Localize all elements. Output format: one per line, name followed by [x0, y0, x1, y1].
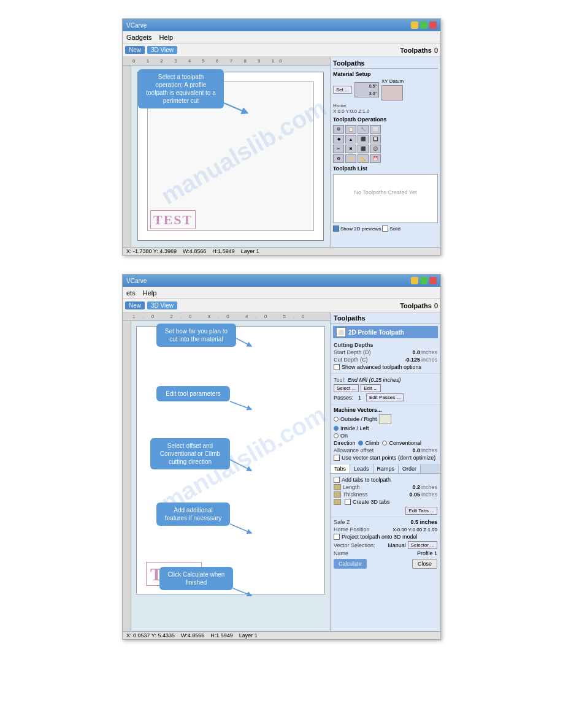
pp-cut-depth-row: Cut Depth (C) -0.125 inches: [334, 357, 437, 363]
pp-tabs-bar: Tabs Leads Ramps Order: [331, 464, 440, 474]
pp-close-btn[interactable]: Close: [412, 559, 437, 569]
menu-help-2[interactable]: Help: [143, 289, 157, 297]
tp-op-7[interactable]: ⬛: [358, 135, 369, 143]
pp-calculate-btn[interactable]: Calculate: [334, 559, 367, 569]
menu-help-1[interactable]: Help: [159, 34, 174, 41]
pp-tab-leads[interactable]: Leads: [350, 464, 373, 473]
pp-name-row: Name Profile 1: [334, 550, 437, 556]
pp-climb-radio[interactable]: [358, 441, 363, 446]
tp-op-16[interactable]: ⏰: [370, 154, 381, 163]
pp-allowance-value: 0.0: [396, 447, 420, 453]
status-bar-1: X: -1.7380 Y: 4.3969 W:4.8566 H:1.5949 L…: [123, 247, 440, 255]
pp-conventional-radio[interactable]: [382, 441, 387, 446]
pp-sub-title: ⬜ 2D Profile Toolpath: [333, 326, 438, 338]
tp-op-4[interactable]: ⬜: [370, 125, 381, 134]
pp-create-3d-cb[interactable]: [345, 499, 351, 505]
pp-tab-ramps[interactable]: Ramps: [373, 464, 399, 473]
ruler-left-2: [123, 321, 131, 631]
pp-outside-radio[interactable]: [334, 417, 339, 422]
status-w-2: W:4.8566: [181, 632, 204, 639]
maximize-btn-2[interactable]: [420, 277, 427, 284]
tp-no-toolpaths: No Toolpaths Created Yet: [336, 189, 435, 195]
pp-bottom: Safe Z 0.5 inches Home Position X:0.00 Y…: [331, 517, 440, 571]
minimize-btn-1[interactable]: [411, 21, 418, 29]
callout-edit-tool: Edit tool parameters: [156, 386, 230, 401]
tp-op-11[interactable]: ⬛: [358, 145, 369, 153]
pp-edit-passes-btn[interactable]: Edit Passes ...: [366, 393, 404, 401]
tp-show-2d-checkbox[interactable]: [333, 226, 339, 232]
maximize-btn-1[interactable]: [420, 21, 427, 29]
window-controls-1: [411, 21, 437, 29]
app-title-1: VCarve: [126, 22, 147, 29]
pp-show-advanced-cb[interactable]: [334, 364, 340, 370]
tp-set-btn[interactable]: Set ...: [333, 86, 352, 94]
tp-home: Home X:0.0 Y:0.0 Z:1.0: [333, 103, 438, 114]
pp-length-unit: inches: [420, 484, 437, 490]
new-btn-2[interactable]: New: [125, 301, 145, 309]
tp-op-14[interactable]: ⚡: [345, 154, 356, 163]
callout-1: Select a toolpath operation; A profile t…: [138, 69, 224, 108]
pp-tab-order[interactable]: Order: [399, 464, 421, 473]
position-label-2: 0: [434, 302, 438, 309]
tp-op-9[interactable]: ✂: [333, 145, 344, 153]
pp-length-row: Length 0.2 inches: [334, 484, 437, 490]
tp-op-5[interactable]: ◆: [333, 135, 344, 143]
tp-op-6[interactable]: ▲: [345, 135, 356, 143]
status-layer-1: Layer 1: [241, 248, 259, 254]
status-xy-1: X: -1.7380 Y: 4.3969: [126, 248, 177, 254]
close-btn-1[interactable]: [429, 21, 437, 29]
pp-on-label: On: [340, 433, 348, 439]
3dview-btn-1[interactable]: 3D View: [147, 46, 177, 54]
pp-passes-label: Passes:: [334, 395, 353, 401]
status-layer-2: Layer 1: [239, 632, 258, 639]
pp-machine-vectors: Machine Vectors... Outside / Right Insid…: [331, 405, 440, 464]
pp-allowance-unit: inches: [420, 447, 437, 453]
menu-gadgets-2[interactable]: ets: [126, 289, 136, 297]
tp-op-10[interactable]: ✖: [345, 145, 356, 153]
ruler-top-1: 0 1 2 3 4 5 6 7 8 9 10: [123, 57, 330, 66]
canvas-area-1[interactable]: 0 1 2 3 4 5 6 7 8 9 10 TEST: [123, 57, 330, 247]
ruler-top-2: 1.0 2.0 3.0 4.0 5.0: [123, 313, 330, 321]
tp-op-2[interactable]: 📋: [345, 125, 356, 134]
pp-tabs-section: Add tabs to toolpath Length 0.2 inches T…: [331, 474, 440, 517]
pp-tab-tabs[interactable]: Tabs: [331, 464, 350, 473]
pp-mv-options: Outside / Right Inside / Left On: [334, 414, 437, 439]
pp-selector-btn[interactable]: Selector ...: [408, 541, 437, 549]
pp-cutting-depths-title: Cutting Depths: [334, 342, 437, 348]
pp-edit-btn[interactable]: Edit ...: [361, 384, 381, 392]
pp-select-btn[interactable]: Select ...: [334, 384, 359, 392]
menu-gadgets-1[interactable]: Gadgets: [126, 34, 152, 41]
menu-bar-2: ets Help: [123, 287, 440, 299]
pp-on-radio[interactable]: [334, 433, 339, 438]
tp-show-2d-label: Show 2D previews: [340, 226, 381, 232]
tp-solid-checkbox[interactable]: [382, 226, 388, 232]
close-btn-2[interactable]: [429, 277, 437, 284]
pp-add-tabs-cb[interactable]: [334, 477, 340, 483]
new-btn-1[interactable]: New: [125, 46, 145, 54]
tp-op-13[interactable]: ♻: [333, 154, 344, 163]
pp-project-toolpath-cb[interactable]: [334, 534, 340, 540]
tp-op-15[interactable]: 📐: [358, 154, 369, 163]
pp-start-depth-unit: inches: [420, 349, 437, 355]
tp-op-3[interactable]: 🔧: [358, 125, 369, 134]
pp-edit-tabs-btn[interactable]: Edit Tabs ...: [405, 507, 437, 515]
pp-vector-method: Manual: [388, 542, 406, 548]
tp-op-8[interactable]: 🔲: [370, 135, 381, 143]
pp-project-toolpath-label: Project toolpath onto 3D model: [342, 534, 418, 540]
title-bar-1: VCarve: [123, 19, 440, 31]
canvas-area-2[interactable]: 1.0 2.0 3.0 4.0 5.0 TEST manualslib.com: [123, 313, 330, 631]
pp-inside-left-row: Inside / Left: [334, 425, 437, 431]
pp-tool-row: Tool: End Mill (0.25 inches): [334, 377, 437, 383]
pp-use-vector-start-cb[interactable]: [334, 455, 340, 461]
tp-op-1[interactable]: ⚙: [333, 125, 344, 134]
minimize-btn-2[interactable]: [411, 277, 418, 284]
3dview-btn-2[interactable]: 3D View: [147, 301, 177, 309]
main-content-2: 1.0 2.0 3.0 4.0 5.0 TEST manualslib.com: [123, 313, 440, 631]
tp-op-12[interactable]: 🔘: [370, 145, 381, 153]
menu-bar-1: Gadgets Help: [123, 31, 440, 44]
pp-inside-radio[interactable]: [334, 426, 339, 431]
ruler-left-1: [123, 66, 131, 247]
tp-header-1: Toolpaths: [333, 59, 438, 69]
pp-passes-value: 1: [358, 395, 361, 401]
pp-profile-icon: ⬜: [336, 327, 346, 337]
